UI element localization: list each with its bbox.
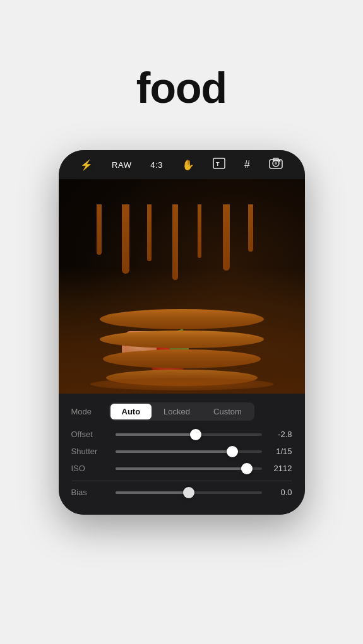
mode-auto-button[interactable]: Auto (110, 404, 152, 419)
shutter-value: 1/15 (268, 447, 292, 456)
mode-row: Mode Auto Locked Custom (71, 402, 292, 421)
iso-row: ISO 2112 (71, 464, 292, 473)
camera-viewfinder[interactable] (59, 179, 305, 394)
bias-slider[interactable] (116, 491, 262, 494)
flash-icon[interactable]: ⚡ (80, 159, 93, 171)
mode-custom-button[interactable]: Custom (202, 404, 253, 419)
iso-thumb[interactable] (241, 463, 253, 474)
offset-fill (116, 433, 196, 436)
camera-toolbar: ⚡ RAW 4:3 ✋ T # (59, 150, 305, 179)
hand-icon[interactable]: ✋ (182, 159, 194, 171)
bias-value: 0.0 (268, 488, 292, 497)
page-title: food (136, 64, 227, 112)
camera-switch-icon[interactable] (269, 158, 283, 172)
offset-value: -2.8 (268, 430, 292, 439)
shutter-row: Shutter 1/15 (71, 447, 292, 456)
text-icon[interactable]: T (213, 158, 225, 172)
mode-locked-button[interactable]: Locked (152, 404, 201, 419)
bias-row: Bias 0.0 (71, 488, 292, 497)
iso-value: 2112 (268, 464, 292, 473)
title-section: food (136, 63, 227, 112)
raw-label[interactable]: RAW (112, 160, 131, 170)
shutter-fill (116, 450, 233, 453)
mode-label: Mode (71, 407, 109, 416)
offset-row: Offset -2.8 (71, 430, 292, 439)
bias-label: Bias (71, 488, 109, 497)
shutter-slider[interactable] (116, 450, 262, 453)
ratio-label[interactable]: 4:3 (150, 160, 163, 170)
shutter-label: Shutter (71, 447, 109, 456)
shutter-thumb[interactable] (227, 446, 238, 457)
bias-fill (116, 491, 189, 494)
iso-label: ISO (71, 464, 109, 473)
grid-icon[interactable]: # (244, 159, 250, 170)
svg-text:T: T (216, 161, 220, 167)
bias-thumb[interactable] (183, 487, 194, 498)
divider (71, 481, 292, 481)
offset-label: Offset (71, 430, 109, 439)
iso-fill (116, 467, 247, 470)
offset-slider[interactable] (116, 433, 262, 436)
svg-point-6 (278, 160, 280, 162)
mode-selector[interactable]: Auto Locked Custom (109, 402, 254, 421)
offset-thumb[interactable] (190, 429, 201, 440)
phone-mockup: ⚡ RAW 4:3 ✋ T # (59, 150, 305, 515)
iso-slider[interactable] (116, 467, 262, 470)
svg-point-3 (275, 162, 277, 165)
camera-controls: Mode Auto Locked Custom Offset -2.8 Shut… (59, 394, 305, 515)
